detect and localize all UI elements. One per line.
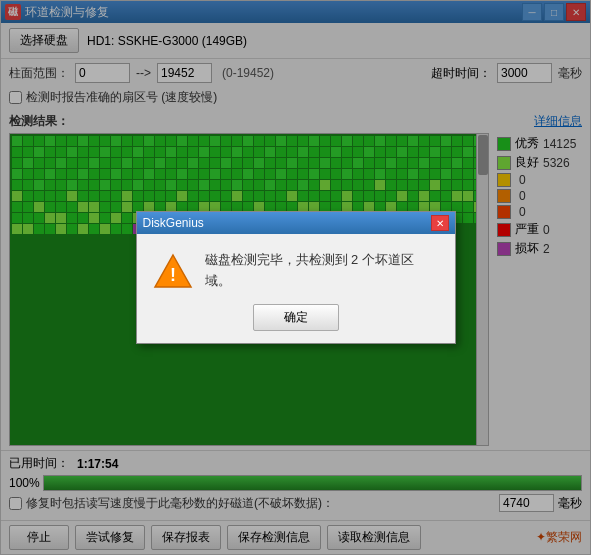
dialog-ok-button[interactable]: 确定 — [253, 304, 339, 331]
dialog-body: ! 磁盘检测完毕，共检测到 2 个坏道区域。 确定 — [137, 234, 455, 343]
dialog-title-text: DiskGenius — [143, 216, 431, 230]
warning-icon: ! — [153, 251, 193, 291]
main-window: 磁 环道检测与修复 ─ □ ✕ 选择硬盘 HD1: SSKHE-G3000 (1… — [0, 0, 591, 555]
dialog-close-button[interactable]: ✕ — [431, 215, 449, 231]
svg-text:!: ! — [170, 265, 176, 285]
dialog-overlay: DiskGenius ✕ ! 磁盘检测完毕，共检测到 2 个坏道区域。 确定 — [1, 1, 590, 554]
dialog-title-bar: DiskGenius ✕ — [137, 212, 455, 234]
dialog: DiskGenius ✕ ! 磁盘检测完毕，共检测到 2 个坏道区域。 确定 — [136, 211, 456, 344]
dialog-content-row: ! 磁盘检测完毕，共检测到 2 个坏道区域。 — [153, 250, 439, 292]
dialog-message: 磁盘检测完毕，共检测到 2 个坏道区域。 — [205, 250, 439, 292]
